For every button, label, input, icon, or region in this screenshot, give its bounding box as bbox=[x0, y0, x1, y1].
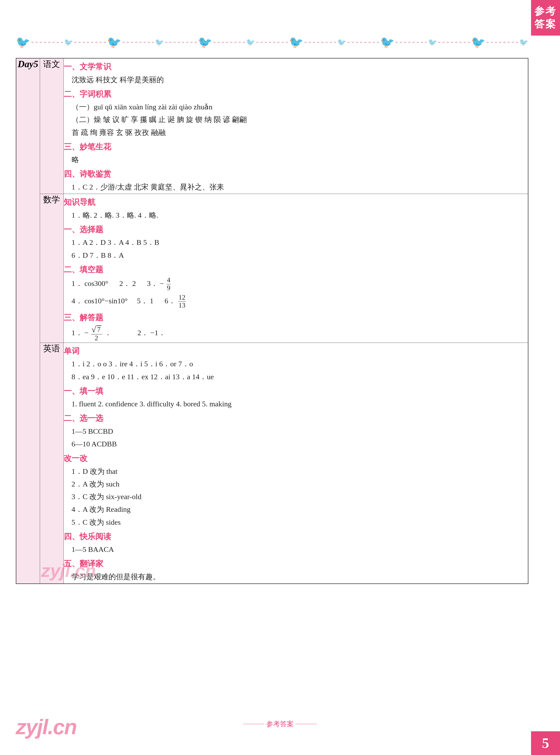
math-solve-frac: √7 2 bbox=[91, 325, 102, 342]
footer-dash-right bbox=[296, 724, 317, 724]
sqrt-val: 7 bbox=[96, 326, 101, 334]
bird-icon-10: 🐦 bbox=[428, 38, 437, 47]
chinese-section-2-title: 二、字词积累 bbox=[64, 88, 528, 101]
english-fill-line-1: 1. fluent 2. confidence 3. difficulty 4.… bbox=[64, 398, 528, 410]
label-line2: 答案 bbox=[535, 18, 557, 30]
label-line1: 参考 bbox=[535, 5, 557, 17]
english-read-line-1: 1—5 BAACA bbox=[64, 543, 528, 556]
math-frac-1-num: 4 bbox=[166, 276, 171, 284]
dot-line-9 bbox=[396, 42, 427, 43]
english-word-line-2: 8．ea 9．e 10．e 11．ex 12．ai 13．a 14．ue bbox=[64, 371, 528, 383]
dot-line-6 bbox=[256, 42, 288, 43]
math-section-jieda-title: 三、解答题 bbox=[64, 311, 528, 324]
english-section-choose-title: 二、选一选 bbox=[64, 412, 528, 425]
english-row: 英语 zyjl.cn 单词 1．i 2．o o 3．ire 4．i 5．i 6．… bbox=[16, 343, 528, 584]
english-word-line-1: 1．i 2．o o 3．ire 4．i 5．i 6．or 7．o bbox=[64, 358, 528, 370]
bird-banner: 🐦 🐦 🐦 🐦 🐦 🐦 🐦 🐦 🐦 🐦 🐦 🐦 bbox=[16, 32, 528, 53]
chinese-section-2-line-1: （一）guī qū xiān xuàn líng zài zài qiào zh… bbox=[64, 101, 528, 113]
english-subject-label: 英语 bbox=[43, 344, 60, 353]
math-frac-2-den: 13 bbox=[178, 302, 186, 309]
english-section-read-title: 四、快乐阅读 bbox=[64, 530, 528, 543]
bird-icon-8: 🐦 bbox=[337, 38, 346, 47]
math-fill-1-sep: 2． 2 bbox=[110, 279, 136, 288]
math-fill-1-sep2: 3． − bbox=[138, 279, 164, 288]
dot-line-2 bbox=[74, 42, 106, 43]
sqrt-sign: √ bbox=[92, 325, 96, 334]
bird-icon-11: 🐦 bbox=[471, 35, 485, 49]
chinese-section-2-line-3: 首 疏 绚 雍容 玄 驱 孜孜 融融 bbox=[64, 127, 528, 139]
page-number: 5 bbox=[531, 731, 560, 755]
english-content-cell: 单词 1．i 2．o o 3．ire 4．i 5．i 6．or 7．o 8．ea… bbox=[63, 343, 528, 584]
math-content-cell: 知识导航 1．略. 2．略. 3．略. 4．略. 一、选择题 1．A 2．D 3… bbox=[63, 194, 528, 343]
bird-icon-12: 🐦 bbox=[519, 38, 528, 47]
math-solve-frac-num: √7 bbox=[91, 325, 102, 334]
english-choose-line-1: 1—5 BCCBD bbox=[64, 425, 528, 438]
chinese-section-3-title: 三、妙笔生花 bbox=[64, 140, 528, 153]
chinese-section-1-title: 一、文学常识 bbox=[64, 60, 528, 73]
watermark-logo: zyjl.cn bbox=[16, 715, 77, 739]
math-tiankong-line-2: 4． cos10°−sin10° 5． 1 6． 12 13 bbox=[64, 294, 528, 309]
day-cell: Day5 bbox=[16, 58, 40, 584]
math-xuanze-line-1: 1．A 2．D 3．A 4．B 5．B bbox=[64, 236, 528, 249]
dot-line-10 bbox=[438, 42, 470, 43]
dot-line-7 bbox=[304, 42, 336, 43]
bird-icon-4: 🐦 bbox=[155, 38, 164, 47]
math-fill-2-num: 4． cos10°−sin10° bbox=[72, 297, 128, 305]
math-frac-2: 12 13 bbox=[178, 294, 186, 309]
bird-icon-1: 🐦 bbox=[16, 35, 30, 49]
bird-icon-2: 🐦 bbox=[64, 38, 73, 47]
math-subject-label: 数学 bbox=[43, 195, 60, 204]
chinese-content-cell: 一、文学常识 沈致远 科技文 科学是美丽的 二、字词积累 （一）guī qū x… bbox=[63, 58, 528, 194]
bird-icon-3: 🐦 bbox=[107, 35, 121, 49]
chinese-section-4-line-1: 1．C 2．少游/太虚 北宋 黄庭坚、晁补之、张耒 bbox=[64, 181, 528, 193]
math-solve-2: 2． −1． bbox=[114, 329, 166, 337]
footer-dash-left bbox=[243, 724, 264, 724]
math-row: 数学 知识导航 1．略. 2．略. 3．略. 4．略. 一、选择题 1．A 2．… bbox=[16, 194, 528, 343]
math-sqrt: √7 bbox=[92, 325, 101, 334]
chinese-row: Day5 语文 一、文学常识 沈致远 科技文 科学是美丽的 二、字词积累 （一）… bbox=[16, 58, 528, 194]
chinese-section-2-line-2: （二）燥 皱 议 旷 享 攥 瞩 止 诞 朒 旋 锲 纳 陨 谚 翩翩 bbox=[64, 114, 528, 126]
english-translate-line-1: 学习是艰难的但是很有趣。 bbox=[64, 571, 528, 583]
math-subject-cell: 数学 bbox=[40, 194, 63, 343]
chinese-section-4-title: 四、诗歌鉴赏 bbox=[64, 167, 528, 180]
english-change-line-5: 5．C 改为 sides bbox=[64, 516, 528, 528]
english-change-line-2: 2．A 改为 such bbox=[64, 478, 528, 490]
chinese-section-1-line-1: 沈致远 科技文 科学是美丽的 bbox=[64, 74, 528, 86]
math-solve-frac-den: 2 bbox=[94, 334, 99, 342]
math-frac-1: 4 9 bbox=[166, 276, 171, 292]
math-tiankong-line-1: 1． cos300° 2． 2 3． − 4 9 bbox=[64, 276, 528, 292]
dot-line-1 bbox=[31, 42, 63, 43]
math-fill-2-sep: 5． 1 bbox=[129, 297, 154, 305]
footer-center: 参考答案 bbox=[243, 719, 317, 729]
math-section-xuanze-title: 一、选择题 bbox=[64, 223, 528, 236]
bird-icon-7: 🐦 bbox=[289, 35, 303, 49]
dot-line-11 bbox=[486, 42, 518, 43]
footer-center-text: 参考答案 bbox=[266, 719, 294, 729]
english-section-word-title: 单词 bbox=[64, 344, 528, 357]
english-choose-line-2: 6—10 ACDBB bbox=[64, 438, 528, 450]
dot-line-3 bbox=[122, 42, 154, 43]
english-change-line-3: 3．C 改为 six-year-old bbox=[64, 491, 528, 503]
main-table: Day5 语文 一、文学常识 沈致远 科技文 科学是美丽的 二、字词积累 （一）… bbox=[16, 58, 528, 584]
chinese-subject-label: 语文 bbox=[43, 59, 60, 69]
math-frac-1-den: 9 bbox=[166, 284, 171, 292]
math-section-zhishi-title: 知识导航 bbox=[64, 196, 528, 209]
math-xuanze-line-2: 6．D 7．B 8．A bbox=[64, 249, 528, 262]
main-content: Day5 语文 一、文学常识 沈致远 科技文 科学是美丽的 二、字词积累 （一）… bbox=[16, 58, 528, 702]
dot-line-8 bbox=[347, 42, 379, 43]
english-subject-cell: 英语 zyjl.cn bbox=[40, 343, 63, 584]
english-change-line-4: 4．A 改为 Reading bbox=[64, 503, 528, 516]
chinese-section-3-line-1: 略 bbox=[64, 154, 528, 166]
watermark-text: zyjl.cn bbox=[16, 715, 77, 739]
math-fill-2-sep2: 6． bbox=[155, 297, 178, 305]
bird-icon-6: 🐦 bbox=[246, 38, 255, 47]
bird-icon-5: 🐦 bbox=[198, 35, 212, 49]
math-jieda-line-1: 1． − √7 2 ． 2． −1． bbox=[64, 325, 528, 342]
top-label: 参考 答案 bbox=[531, 0, 560, 36]
math-frac-2-num: 12 bbox=[178, 294, 186, 302]
math-solve-1-num: 1． − bbox=[72, 329, 89, 337]
english-section-change-title: 改一改 bbox=[64, 452, 528, 465]
math-fill-1-num: 1． cos300° bbox=[72, 279, 108, 288]
english-change-line-1: 1．D 改为 that bbox=[64, 465, 528, 478]
dot-line-5 bbox=[213, 42, 245, 43]
